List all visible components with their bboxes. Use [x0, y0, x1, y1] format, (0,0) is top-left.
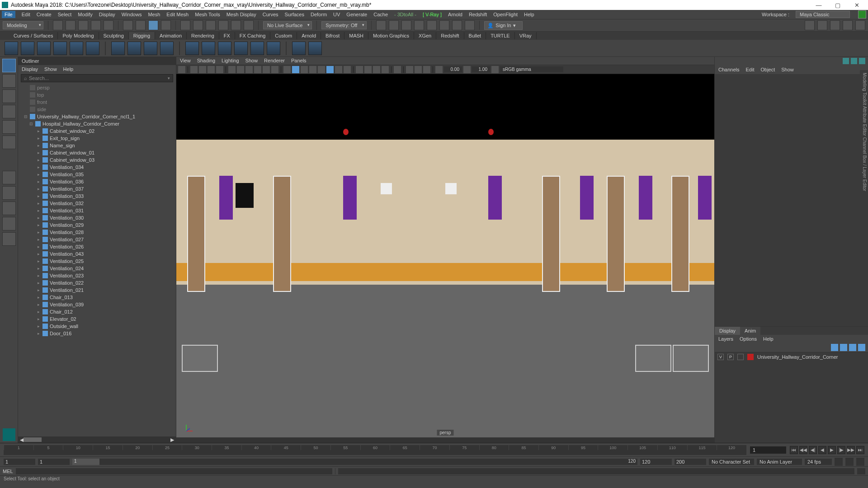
workspace-lock-icon[interactable] [858, 10, 866, 19]
shelf-icon[interactable] [250, 42, 264, 55]
vp-motion-blur-icon[interactable] [364, 66, 372, 73]
paint-select-tool-icon[interactable] [2, 89, 16, 103]
light-editor-icon[interactable] [427, 20, 437, 30]
menu-surfaces[interactable]: Surfaces [285, 12, 304, 17]
outliner-root[interactable]: ⊟University_Hallway_Corridor_Corner_ncl1… [18, 113, 176, 120]
menu-windows[interactable]: Windows [122, 12, 142, 17]
snap-grid-icon[interactable] [180, 20, 190, 30]
vp-gamma-field[interactable]: 1.00 [472, 66, 490, 72]
snap-curve-icon[interactable] [193, 20, 203, 30]
expand-icon[interactable]: ▸ [36, 273, 41, 278]
outliner-item[interactable]: ▸Ventilation_023 [18, 272, 176, 279]
expand-icon[interactable]: ▸ [36, 129, 41, 133]
layout-outliner-icon[interactable] [2, 232, 16, 246]
menu-curves[interactable]: Curves [263, 12, 278, 17]
layer-tab-anim[interactable]: Anim [740, 327, 760, 335]
expand-icon[interactable]: ▸ [36, 237, 41, 242]
vp-grease-icon[interactable] [216, 66, 223, 73]
expand-icon[interactable]: ▸ [36, 136, 41, 141]
command-input[interactable] [16, 468, 332, 474]
time-slider-track[interactable]: 1510152025303540455055606570758085909510… [4, 445, 746, 455]
vp-wireframe-icon[interactable] [283, 66, 291, 73]
menu-uv[interactable]: UV [333, 12, 340, 17]
play-back-icon[interactable]: ◀ [818, 446, 826, 454]
expand-icon[interactable]: ▸ [36, 259, 41, 263]
vp-color-mgmt-icon[interactable] [415, 66, 422, 73]
vp-aa-icon[interactable] [373, 66, 380, 73]
expand-icon[interactable]: ▸ [36, 165, 41, 169]
symmetry-dropdown[interactable]: Symmetry: Off [321, 21, 367, 29]
tab-animation[interactable]: Animation [155, 32, 187, 39]
snap-plane-icon[interactable] [218, 20, 228, 30]
outliner-menu-display[interactable]: Display [22, 66, 38, 72]
lasso-tool-icon[interactable] [2, 74, 16, 88]
step-forward-icon[interactable]: |▶ [837, 446, 845, 454]
expand-icon[interactable]: ▸ [36, 317, 41, 321]
vp-exposure-field[interactable]: 0.00 [444, 66, 462, 72]
minimize-button[interactable]: ― [809, 2, 828, 9]
range-thumb[interactable]: 1 [72, 459, 99, 465]
outliner-search[interactable]: ⌕Search... [21, 74, 173, 82]
layout-single-icon[interactable] [2, 171, 16, 184]
vp-res-gate-icon[interactable] [245, 66, 253, 73]
expand-icon[interactable]: ▸ [36, 288, 41, 292]
save-scene-icon[interactable] [78, 20, 88, 30]
menu-select[interactable]: Select [58, 12, 72, 17]
panel-layout-2-icon[interactable] [817, 20, 827, 30]
pause-icon[interactable] [465, 20, 475, 30]
outliner-camera[interactable]: front [18, 99, 176, 106]
menu-3dtoall[interactable]: - 3DtoAll - [394, 12, 416, 17]
vp-shadows-icon[interactable] [318, 66, 325, 73]
expand-icon[interactable]: ▸ [36, 194, 41, 198]
step-back-key-icon[interactable]: ◀◀ [799, 446, 807, 454]
menu-generate[interactable]: Generate [346, 12, 367, 17]
expand-icon[interactable]: ⊟ [29, 122, 33, 126]
menu-edit[interactable]: Edit [22, 12, 30, 17]
menu-edit-mesh[interactable]: Edit Mesh [166, 12, 189, 17]
tab-motion-graphics[interactable]: Motion Graphics [368, 32, 414, 39]
outliner-item[interactable]: ▸Ventilation_024 [18, 265, 176, 272]
panel-layout-1-icon[interactable] [805, 20, 815, 30]
channelbox-toggle-icon[interactable] [855, 20, 865, 30]
menu-openflight[interactable]: OpenFlight [493, 12, 518, 17]
cb-toggle-2-icon[interactable] [851, 58, 857, 64]
layer-visibility-toggle[interactable]: V [717, 354, 724, 360]
outliner-tree[interactable]: persp top front side ⊟University_Hallway… [18, 83, 176, 436]
outliner-item[interactable]: ▸Door_016 [18, 330, 176, 337]
vp-xgen-icon[interactable] [406, 66, 413, 73]
menu-deform[interactable]: Deform [311, 12, 327, 17]
expand-icon[interactable]: ▸ [36, 295, 41, 300]
tab-redshift[interactable]: Redshift [436, 32, 464, 39]
vp-menu-show[interactable]: Show [245, 58, 258, 64]
menu-modify[interactable]: Modify [78, 12, 92, 17]
layer-display-type[interactable] [737, 354, 744, 360]
vp-lights-icon[interactable] [309, 66, 316, 73]
vp-menu-view[interactable]: View [180, 58, 191, 64]
anim-layer-dropdown[interactable]: No Anim Layer [757, 459, 802, 465]
vp-menu-shading[interactable]: Shading [197, 58, 215, 64]
vp-xray-icon[interactable] [335, 66, 342, 73]
vp-film-gate-icon[interactable] [237, 66, 244, 73]
vp-dof-icon[interactable] [382, 66, 389, 73]
vp-image-plane-icon[interactable] [199, 66, 206, 73]
shelf-icon[interactable] [70, 42, 83, 55]
play-blast-icon[interactable] [452, 20, 462, 30]
menuset-dropdown[interactable]: Modeling [3, 21, 43, 29]
go-to-start-icon[interactable]: ⏮ [790, 446, 798, 454]
new-scene-icon[interactable] [53, 20, 63, 30]
display-layer-row[interactable]: V P University_Hallway_Corridor_Corner [715, 352, 868, 361]
vp-menu-lighting[interactable]: Lighting [222, 58, 239, 64]
ipr-icon[interactable] [376, 20, 386, 30]
shelf-icon[interactable] [292, 42, 306, 55]
layout-two-h-icon[interactable] [2, 202, 16, 215]
vp-gamma-icon[interactable] [463, 66, 471, 73]
outliner-camera[interactable]: side [18, 106, 176, 113]
snap-live-icon[interactable] [231, 20, 241, 30]
cb-menu-show[interactable]: Show [781, 67, 794, 72]
hypershade-icon[interactable] [414, 20, 424, 30]
select-component-icon[interactable] [161, 20, 171, 30]
vp-gate-mask-icon[interactable] [254, 66, 261, 73]
expand-icon[interactable]: ▸ [36, 230, 41, 235]
outliner-menu-help[interactable]: Help [63, 66, 74, 72]
tab-bifrost[interactable]: Bifrost [321, 32, 344, 39]
